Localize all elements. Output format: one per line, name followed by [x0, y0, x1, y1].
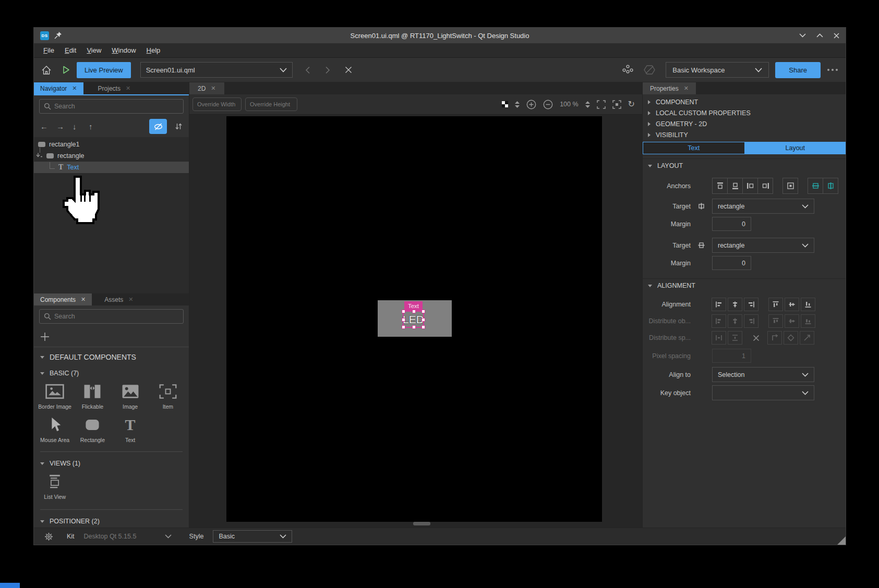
distribute-origin-topleft-button[interactable] — [767, 331, 782, 345]
menu-window[interactable]: Window — [106, 45, 141, 56]
zoom-out-icon[interactable] — [543, 100, 553, 109]
distribute-spacing-vertical-button[interactable] — [728, 331, 742, 345]
tab-components[interactable]: Components ✕ — [34, 293, 92, 305]
menu-view[interactable]: View — [81, 45, 106, 56]
section-local-custom-properties[interactable]: LOCAL CUSTOM PROPERTIES — [643, 107, 846, 118]
component-item[interactable]: Item — [149, 383, 187, 410]
workspace-dropdown[interactable]: Basic Workspace — [666, 62, 769, 78]
window-maximize-icon[interactable] — [816, 33, 823, 38]
distribute-top-button[interactable] — [768, 314, 783, 328]
resize-handle[interactable] — [402, 310, 405, 313]
section-visibility[interactable]: VISIBILITY — [643, 129, 846, 140]
component-mouse-area[interactable]: Mouse Area — [36, 416, 74, 443]
move-up-icon[interactable]: ↑ — [89, 122, 105, 131]
section-component[interactable]: COMPONENT — [643, 96, 846, 107]
move-right-icon[interactable]: → — [56, 122, 73, 131]
anchor-bottom-button[interactable] — [728, 178, 743, 193]
component-list-view[interactable]: List View — [36, 473, 74, 500]
menu-help[interactable]: Help — [141, 45, 166, 56]
tree-item-rectangle[interactable]: rectangle — [34, 150, 189, 162]
resize-handle[interactable] — [402, 318, 405, 322]
alignment-section-header[interactable]: ALIGNMENT — [643, 278, 846, 292]
distribute-spacing-none-button[interactable] — [749, 332, 763, 344]
pixel-spacing-input[interactable]: 1 — [712, 349, 751, 363]
resize-handle[interactable] — [412, 325, 416, 329]
style-dropdown[interactable]: Basic — [213, 530, 292, 543]
window-close-icon[interactable] — [834, 33, 839, 39]
home-icon[interactable] — [41, 65, 52, 75]
close-tab-icon[interactable]: ✕ — [81, 296, 86, 303]
align-top-button[interactable] — [768, 298, 783, 311]
move-left-icon[interactable]: ← — [40, 122, 56, 131]
margin-input[interactable]: 0 — [712, 217, 751, 231]
workspaces-icon[interactable] — [622, 65, 633, 76]
resize-handle[interactable] — [422, 318, 425, 322]
reset-view-icon[interactable]: ↻ — [628, 100, 635, 108]
show-only-visible-button[interactable] — [149, 119, 167, 134]
align-right-button[interactable] — [744, 298, 758, 311]
selected-text-element[interactable]: LED — [403, 311, 424, 328]
live-preview-button[interactable]: Live Preview — [77, 62, 131, 78]
component-border-image[interactable]: Border Image — [36, 383, 74, 410]
back-icon[interactable] — [305, 66, 310, 74]
window-restore-down-icon[interactable] — [799, 33, 806, 38]
distribute-bottom-button[interactable] — [801, 314, 815, 328]
pin-icon[interactable] — [54, 31, 62, 40]
reverse-order-icon[interactable] — [167, 123, 183, 130]
zoom-stepper-icon[interactable] — [585, 101, 590, 108]
margin-input-2[interactable]: 0 — [712, 256, 751, 270]
move-down-icon[interactable]: ↓ — [73, 122, 89, 131]
distribute-origin-center-button[interactable] — [784, 331, 798, 345]
window-resize-grip[interactable] — [837, 536, 846, 545]
distribute-center-horizontal-button[interactable] — [728, 314, 742, 328]
tab-2d[interactable]: 2D ✕ — [189, 82, 224, 94]
resize-handle[interactable] — [412, 310, 416, 313]
tab-properties[interactable]: Properties ✕ — [643, 82, 696, 94]
anchor-vertical-center-button[interactable] — [808, 178, 823, 193]
run-project-icon[interactable] — [61, 65, 70, 75]
align-left-button[interactable] — [712, 298, 726, 311]
close-tab-icon[interactable]: ✕ — [126, 85, 130, 92]
section-views[interactable]: VIEWS (1) — [34, 454, 189, 470]
close-tab-icon[interactable]: ✕ — [128, 296, 133, 303]
expander-icon[interactable] — [36, 153, 43, 159]
close-tab-icon[interactable]: ✕ — [684, 85, 689, 92]
more-options-icon[interactable] — [827, 68, 838, 71]
menu-file[interactable]: File — [38, 45, 59, 56]
resize-handle[interactable] — [402, 325, 405, 329]
anchor-horizontal-center-button[interactable] — [823, 178, 838, 193]
section-default-components[interactable]: DEFAULT COMPONENTS — [34, 347, 189, 364]
distribute-left-button[interactable] — [712, 314, 726, 328]
anchor-right-button[interactable] — [758, 178, 773, 193]
tab-text-properties[interactable]: Text — [643, 142, 745, 154]
navigator-search-input[interactable] — [39, 99, 184, 114]
zoom-in-icon[interactable] — [526, 100, 536, 109]
align-to-dropdown[interactable]: Selection — [712, 367, 814, 382]
horizontal-scrollbar[interactable] — [413, 522, 430, 525]
align-bottom-button[interactable] — [801, 298, 815, 311]
override-width-input[interactable] — [192, 97, 242, 111]
layout-section-header[interactable]: LAYOUT — [643, 158, 846, 173]
kit-dropdown[interactable]: Desktop Qt 5.15.5 — [84, 533, 172, 540]
anchor-top-button[interactable] — [713, 178, 728, 193]
anchor-target-dropdown[interactable]: rectangle — [712, 199, 814, 214]
tab-layout-properties[interactable]: Layout — [745, 142, 846, 154]
artboard[interactable]: Text LED — [226, 116, 602, 522]
background-color-stepper-icon[interactable] — [515, 101, 520, 108]
distribute-right-button[interactable] — [744, 314, 758, 328]
fit-to-screen-icon[interactable] — [597, 100, 606, 109]
anchor-left-button[interactable] — [743, 178, 758, 193]
share-button[interactable]: Share — [775, 62, 821, 78]
open-file-dropdown[interactable]: Screen01.ui.qml — [140, 62, 293, 78]
menu-edit[interactable]: Edit — [59, 45, 81, 56]
tab-projects[interactable]: Projects ✕ — [83, 82, 146, 94]
section-basic[interactable]: BASIC (7) — [34, 364, 189, 379]
distribute-spacing-horizontal-button[interactable] — [712, 331, 726, 345]
override-height-input[interactable] — [245, 97, 297, 111]
anchor-target-dropdown-2[interactable]: rectangle — [712, 238, 814, 253]
close-tab-icon[interactable]: ✕ — [211, 85, 215, 92]
close-tab-icon[interactable]: ✕ — [72, 85, 77, 92]
close-document-icon[interactable] — [345, 66, 352, 74]
anchor-fill-button[interactable] — [783, 178, 798, 193]
tree-item-text[interactable]: T Text — [34, 162, 189, 173]
